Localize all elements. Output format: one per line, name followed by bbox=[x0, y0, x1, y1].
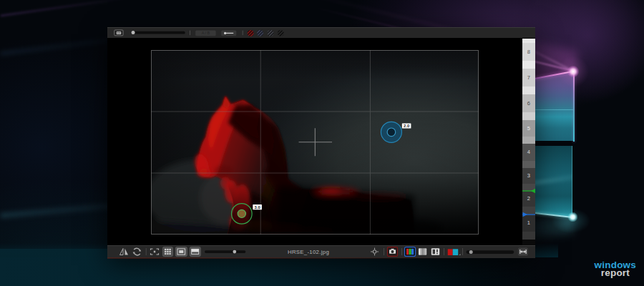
svg-text:HRSE_-102.jpg: HRSE_-102.jpg bbox=[288, 249, 329, 255]
svg-text:A / B: A / B bbox=[202, 31, 210, 35]
svg-text:2.0: 2.0 bbox=[404, 124, 409, 128]
svg-text:3.0: 3.0 bbox=[254, 204, 260, 209]
